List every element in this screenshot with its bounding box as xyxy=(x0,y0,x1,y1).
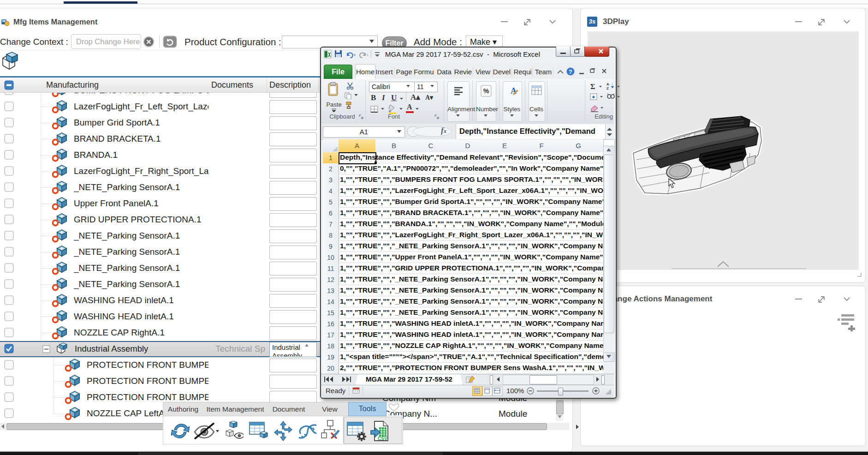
svg-text:Z: Z xyxy=(606,86,609,90)
svg-text:A: A xyxy=(606,82,609,86)
svg-text:?: ? xyxy=(569,69,572,75)
svg-text:CSV: CSV xyxy=(378,436,387,441)
svg-text:%: % xyxy=(483,87,489,95)
